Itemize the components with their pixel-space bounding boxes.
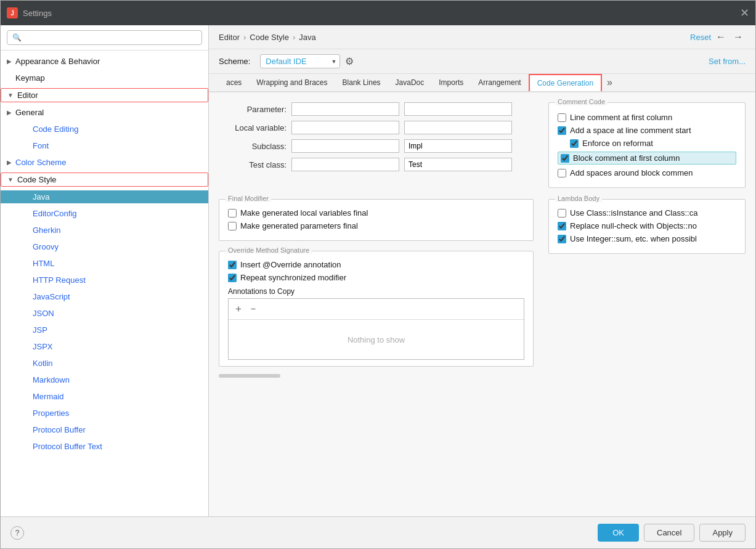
- tab-more-button[interactable]: »: [602, 75, 617, 91]
- tree-item-code-editing[interactable]: Code Editing: [1, 121, 208, 137]
- apply-button[interactable]: Apply: [699, 524, 746, 542]
- tab-imports[interactable]: Imports: [431, 75, 471, 92]
- settings-window: J Settings ✕ ▶ Appearance & Behavior: [0, 0, 756, 549]
- title-bar-left: J Settings: [7, 7, 52, 18]
- tree-item-groovy[interactable]: Groovy: [1, 238, 208, 255]
- lambda-use-integer-sum-checkbox[interactable]: [558, 235, 566, 243]
- tree-item-jsp[interactable]: JSP: [1, 322, 208, 338]
- sidebar-item-link[interactable]: JSP: [33, 325, 47, 335]
- sidebar-item-link[interactable]: Font: [33, 141, 49, 150]
- tree-item-gherkin[interactable]: Gherkin: [1, 222, 208, 238]
- tab-aces[interactable]: aces: [219, 75, 249, 92]
- insert-override-checkbox[interactable]: [228, 261, 237, 269]
- comment-block-first-col-checkbox[interactable]: [561, 154, 569, 163]
- sidebar-item-link[interactable]: Protocol Buffer Text: [33, 442, 102, 451]
- subclass-input1[interactable]: [291, 139, 399, 153]
- tree-item-protocol-buffer[interactable]: Protocol Buffer: [1, 421, 208, 438]
- tab-javadoc[interactable]: JavaDoc: [388, 75, 432, 92]
- sidebar-item-link[interactable]: Markdown: [33, 375, 70, 384]
- tree-item-properties[interactable]: Properties: [1, 405, 208, 421]
- tree-item-kotlin[interactable]: Kotlin: [1, 355, 208, 372]
- lambda-use-class-instance-checkbox[interactable]: [558, 209, 566, 218]
- tree-item-mermaid[interactable]: Mermaid: [1, 388, 208, 405]
- tree-item-general[interactable]: ▶ General: [1, 104, 208, 121]
- local-var-input2[interactable]: [404, 121, 512, 134]
- add-annotation-button[interactable]: ＋: [231, 301, 246, 317]
- comment-line-first-col-label: Line comment at first column: [570, 113, 672, 122]
- comment-add-space-checkbox[interactable]: [558, 126, 566, 135]
- comment-add-spaces-block-label: Add spaces around block commen: [570, 168, 693, 177]
- tree-item-editorconfig[interactable]: EditorConfig: [1, 205, 208, 222]
- tree-item-appearance[interactable]: ▶ Appearance & Behavior: [1, 53, 208, 70]
- final-local-vars-checkbox[interactable]: [228, 209, 237, 218]
- comment-code-section: Comment Code Line comment at first colum…: [548, 102, 746, 188]
- sidebar-item-link[interactable]: Code Editing: [33, 124, 78, 134]
- tree-item-jspx[interactable]: JSPX: [1, 338, 208, 355]
- set-from-button[interactable]: Set from...: [709, 57, 746, 66]
- tree-item-protocol-buffer-text[interactable]: Protocol Buffer Text: [1, 438, 208, 455]
- help-button[interactable]: ?: [10, 526, 24, 540]
- tree-item-javascript[interactable]: JavaScript: [1, 288, 208, 305]
- sidebar-item-link[interactable]: Properties: [33, 409, 69, 418]
- scheme-gear-button[interactable]: ⚙: [345, 55, 354, 67]
- back-button[interactable]: ←: [713, 30, 728, 44]
- tab-blank-lines[interactable]: Blank Lines: [335, 75, 388, 92]
- sidebar-item-link[interactable]: HTTP Request: [33, 275, 86, 285]
- tree-item-html[interactable]: HTML: [1, 255, 208, 272]
- sidebar-item-link[interactable]: EditorConfig: [33, 209, 77, 218]
- tree-item-json[interactable]: JSON: [1, 305, 208, 322]
- repeat-synchronized-label: Repeat synchronized modifier: [240, 273, 346, 282]
- sidebar-item-link[interactable]: Kotlin: [33, 359, 53, 368]
- sidebar-item-link[interactable]: JSON: [33, 309, 54, 318]
- tab-wrapping[interactable]: Wrapping and Braces: [249, 75, 335, 92]
- param-input1[interactable]: [291, 102, 399, 116]
- search-input[interactable]: [7, 30, 202, 45]
- cancel-button[interactable]: Cancel: [644, 524, 694, 542]
- tree-item-editor[interactable]: ▼ Editor: [1, 86, 208, 104]
- ok-button[interactable]: OK: [598, 524, 639, 542]
- action-buttons: OK Cancel Apply: [598, 524, 746, 542]
- scheme-select[interactable]: Default IDEProject: [260, 54, 340, 68]
- local-var-input1[interactable]: [291, 121, 399, 134]
- subclass-input2[interactable]: [404, 139, 512, 153]
- comment-line-first-col-checkbox[interactable]: [558, 113, 566, 122]
- sidebar-item-link[interactable]: Protocol Buffer: [33, 425, 86, 434]
- sidebar-item-link[interactable]: JSPX: [33, 342, 53, 351]
- sidebar-item-link[interactable]: Color Scheme: [15, 158, 66, 167]
- tab-arrangement[interactable]: Arrangement: [471, 75, 528, 92]
- tree-item-http-request[interactable]: HTTP Request: [1, 272, 208, 288]
- test-class-input2[interactable]: [404, 158, 512, 171]
- comment-add-space-label: Add a space at line comment start: [570, 126, 691, 135]
- sidebar-item-link[interactable]: JavaScript: [33, 292, 70, 301]
- tree-item-markdown[interactable]: Markdown: [1, 372, 208, 388]
- tree-item-code-style[interactable]: ▼ Code Style: [1, 171, 208, 189]
- expand-arrow: ▼: [7, 176, 14, 183]
- override-method-title: Override Method Signature: [226, 246, 312, 254]
- repeat-synchronized-checkbox[interactable]: [228, 274, 237, 282]
- horizontal-scrollbar[interactable]: [219, 374, 280, 378]
- breadcrumb: Editor › Code Style › Java: [219, 33, 316, 42]
- close-button[interactable]: ✕: [740, 6, 749, 20]
- param-input2[interactable]: [404, 102, 512, 116]
- tree-item-color-scheme[interactable]: ▶ Color Scheme: [1, 154, 208, 171]
- tab-code-generation[interactable]: Code Generation: [529, 74, 602, 92]
- lambda-replace-null-label: Replace null-check with Objects::no: [570, 221, 697, 230]
- sidebar: ▶ Appearance & Behavior Keymap ▼ Editor: [1, 25, 209, 516]
- tree-item-java[interactable]: Java: [1, 189, 208, 205]
- comment-enforce-reformat-checkbox[interactable]: [570, 139, 579, 148]
- reset-button[interactable]: Reset: [690, 33, 711, 42]
- forward-button[interactable]: →: [731, 30, 746, 44]
- sidebar-item-link[interactable]: Gherkin: [33, 226, 61, 235]
- tree-item-font[interactable]: Font: [1, 137, 208, 154]
- test-class-input1[interactable]: [291, 158, 399, 171]
- subclass-label: Subclass:: [219, 142, 287, 151]
- annotations-empty-state: Nothing to show: [229, 320, 524, 359]
- sidebar-item-link[interactable]: Mermaid: [33, 392, 64, 401]
- remove-annotation-button[interactable]: －: [246, 301, 261, 317]
- tree-item-keymap[interactable]: Keymap: [1, 70, 208, 86]
- sidebar-item-link[interactable]: HTML: [33, 259, 54, 268]
- sidebar-item-link[interactable]: Groovy: [33, 242, 59, 251]
- final-params-checkbox[interactable]: [228, 222, 237, 230]
- lambda-replace-null-checkbox[interactable]: [558, 222, 566, 230]
- comment-add-spaces-block-checkbox[interactable]: [558, 169, 566, 177]
